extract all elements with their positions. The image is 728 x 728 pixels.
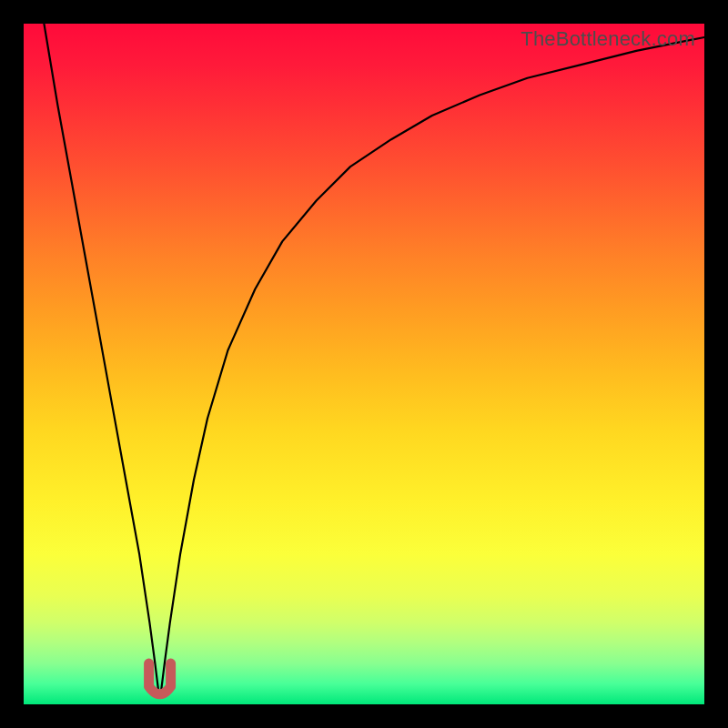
plot-area: TheBottleneck.com [24, 24, 704, 704]
outer-frame: TheBottleneck.com [0, 0, 728, 728]
bottleneck-curve [44, 24, 704, 691]
watermark-text: TheBottleneck.com [521, 27, 695, 51]
chart-svg [24, 24, 704, 704]
trough-marker [149, 663, 171, 694]
